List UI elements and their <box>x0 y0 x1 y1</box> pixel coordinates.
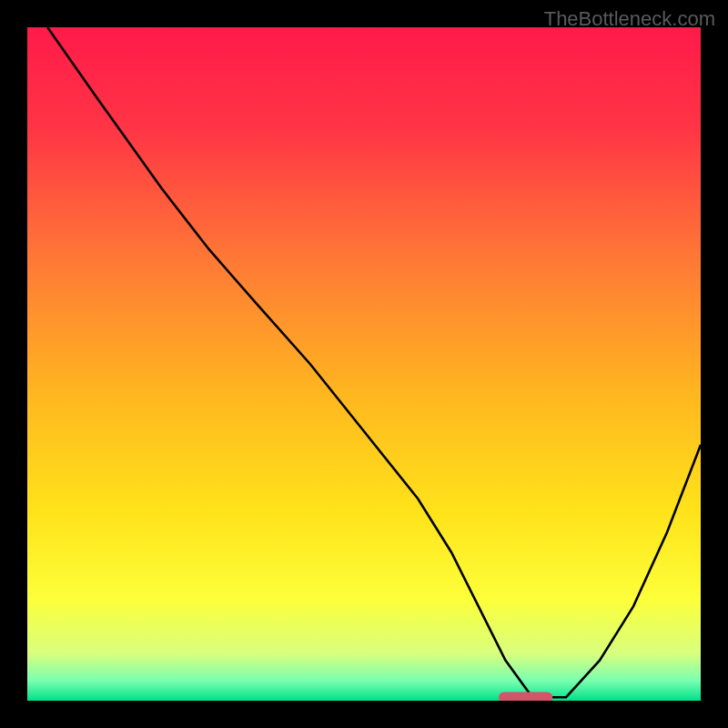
chart-background <box>27 27 701 701</box>
bottleneck-chart <box>27 27 701 701</box>
watermark-text: TheBottleneck.com <box>544 7 715 31</box>
optimal-range-marker <box>499 692 552 701</box>
